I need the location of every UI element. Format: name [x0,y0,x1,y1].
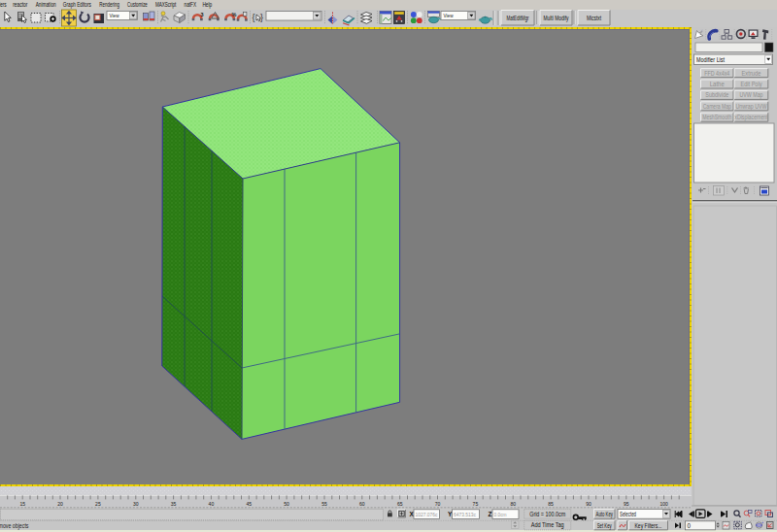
svg-text:Modifier List: Modifier List [696,56,725,63]
svg-text:Extrude: Extrude [742,70,761,77]
svg-text:Graph Editors: Graph Editors [63,1,91,9]
svg-text:95: 95 [624,500,629,507]
svg-text:View: View [110,12,119,18]
svg-text:MatEditMgr: MatEditMgr [507,15,530,22]
svg-text:%: % [232,12,237,17]
svg-text:0.0cm: 0.0cm [494,512,507,517]
svg-text:Selected: Selected [620,511,636,517]
svg-text:FFD 4x4x4: FFD 4x4x4 [704,70,729,77]
svg-text:85: 85 [548,500,554,507]
svg-text:30: 30 [133,500,139,507]
svg-text:60: 60 [359,500,365,507]
svg-text:0: 0 [688,522,692,529]
svg-text:65: 65 [397,500,403,507]
svg-text:6473.513c: 6473.513c [454,512,476,517]
svg-text:15: 15 [19,500,25,507]
svg-text:Customize: Customize [127,1,148,8]
svg-text:40: 40 [209,500,215,507]
svg-text:MAXScript: MAXScript [155,1,177,9]
svg-text:}: } [260,13,263,22]
svg-text:MeshSmooth: MeshSmooth [702,114,731,120]
svg-text:25: 25 [95,500,101,507]
svg-text:35: 35 [171,500,177,507]
svg-text:Grid = 100.0cm: Grid = 100.0cm [529,511,565,517]
svg-text:Key Filters...: Key Filters... [635,522,662,530]
svg-text:55: 55 [321,500,327,507]
svg-text:move objects: move objects [0,522,29,530]
svg-text:1027.076c: 1027.076c [416,512,438,517]
svg-text:iers: iers [0,1,7,8]
svg-text:Add Time Tag: Add Time Tag [531,521,564,529]
svg-text:{: { [253,13,255,22]
svg-text:Lathe: Lathe [710,81,725,87]
svg-text:xDisplacement: xDisplacement [734,114,768,121]
svg-text:20: 20 [57,500,63,507]
svg-text:natFX: natFX [185,1,197,8]
svg-text:50: 50 [284,500,289,507]
svg-text:80: 80 [510,500,516,507]
svg-text:75: 75 [473,500,479,507]
svg-text:Camera Map: Camera Map [703,103,731,111]
svg-text:100: 100 [660,500,669,507]
svg-text:Set Key: Set Key [597,522,613,530]
svg-text:70: 70 [435,500,441,507]
svg-text:reactor: reactor [13,1,28,8]
svg-text:Multi Modify: Multi Modify [544,15,570,22]
svg-text:Edit Poly: Edit Poly [741,81,763,88]
svg-text:View: View [444,12,454,18]
svg-text:45: 45 [247,500,253,507]
svg-text:Micstxt: Micstxt [587,15,601,21]
svg-text:Auto Key: Auto Key [596,511,614,518]
svg-text:Subdivide: Subdivide [705,91,728,98]
svg-text:Z: Z [489,511,492,517]
svg-text:Help: Help [202,1,212,9]
svg-text:3: 3 [201,12,204,17]
svg-text:Animation: Animation [36,1,56,8]
svg-text:Unwrap UVW: Unwrap UVW [736,103,767,111]
svg-text:90: 90 [586,500,591,507]
svg-text:Rendering: Rendering [99,1,119,9]
svg-text:UVW Map: UVW Map [740,91,763,99]
